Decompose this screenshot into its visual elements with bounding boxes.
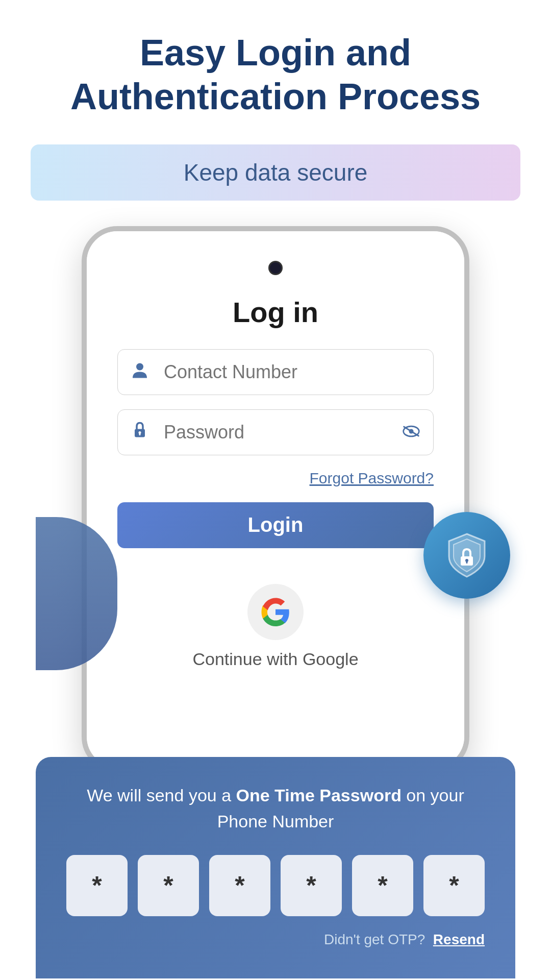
shield-icon bbox=[441, 530, 492, 581]
otp-box-5[interactable]: * bbox=[352, 855, 413, 916]
otp-box-2[interactable]: * bbox=[138, 855, 199, 916]
google-section: Continue with Google bbox=[117, 584, 434, 669]
banner-text: Keep data secure bbox=[51, 159, 500, 186]
password-input-group bbox=[117, 409, 434, 455]
otp-box-3[interactable]: * bbox=[209, 855, 270, 916]
otp-section: We will send you a One Time Password on … bbox=[36, 757, 515, 978]
contact-input[interactable] bbox=[117, 349, 434, 395]
google-label[interactable]: Continue with Google bbox=[192, 649, 358, 669]
otp-desc-bold: One Time Password bbox=[236, 786, 402, 805]
login-button[interactable]: Login bbox=[117, 502, 434, 548]
resend-prefix-text: Didn't get OTP? bbox=[324, 932, 425, 947]
header-title: Easy Login and Authentication Process bbox=[41, 31, 510, 119]
header-line2: Authentication Process bbox=[70, 76, 481, 117]
svg-rect-6 bbox=[139, 433, 141, 435]
user-icon bbox=[131, 360, 149, 383]
svg-point-3 bbox=[136, 363, 143, 370]
phone-mockup: Log in bbox=[66, 226, 485, 772]
resend-row: Didn't get OTP? Resend bbox=[66, 932, 485, 948]
otp-desc-normal: We will send you a bbox=[87, 786, 236, 805]
camera-dot bbox=[268, 261, 283, 275]
shield-badge bbox=[423, 512, 510, 599]
password-input[interactable] bbox=[117, 409, 434, 455]
camera-notch bbox=[117, 252, 434, 280]
otp-box-6[interactable]: * bbox=[423, 855, 485, 916]
phone-frame: Log in bbox=[82, 226, 469, 772]
otp-box-4[interactable]: * bbox=[281, 855, 342, 916]
otp-box-1[interactable]: * bbox=[66, 855, 128, 916]
otp-boxes-container: * * * * * * bbox=[66, 855, 485, 916]
lock-icon bbox=[131, 421, 149, 444]
login-title: Log in bbox=[117, 296, 434, 329]
resend-link[interactable]: Resend bbox=[433, 932, 485, 947]
google-logo-icon bbox=[259, 596, 292, 628]
otp-description: We will send you a One Time Password on … bbox=[66, 782, 485, 835]
contact-input-group bbox=[117, 349, 434, 395]
svg-rect-2 bbox=[466, 561, 468, 564]
banner: Keep data secure bbox=[31, 144, 520, 201]
header-line1: Easy Login and bbox=[140, 32, 411, 73]
phone-screen: Log in bbox=[87, 231, 464, 767]
forgot-password-row: Forgot Password? bbox=[117, 470, 434, 487]
google-icon-circle[interactable] bbox=[247, 584, 304, 640]
forgot-password-link[interactable]: Forgot Password? bbox=[310, 470, 434, 486]
otp-wrapper: We will send you a One Time Password on … bbox=[0, 757, 551, 978]
eye-icon[interactable] bbox=[402, 422, 420, 443]
header-section: Easy Login and Authentication Process bbox=[0, 0, 551, 134]
